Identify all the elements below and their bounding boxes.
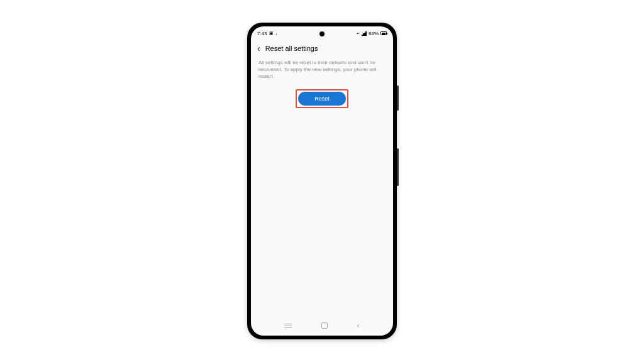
network-label: ⁴⁺ <box>357 31 360 36</box>
nav-home-button[interactable] <box>321 322 328 329</box>
reset-button[interactable]: Reset <box>298 92 346 106</box>
battery-icon <box>380 31 387 35</box>
highlight-box: Reset <box>296 89 348 108</box>
download-icon: ↓ <box>275 31 278 36</box>
battery-percent: 88% <box>369 31 379 36</box>
chevron-left-icon: ‹ <box>357 321 360 330</box>
home-icon <box>321 322 328 329</box>
reset-button-container: Reset <box>251 89 393 108</box>
page-header: ‹ Reset all settings <box>251 40 393 57</box>
camera-icon: ▣ <box>269 31 274 36</box>
status-left: 7:43 ▣ ↓ <box>257 31 277 36</box>
nav-recent-button[interactable] <box>284 326 292 326</box>
phone-screen: 7:43 ▣ ↓ ⁴⁺ 88% ‹ Reset all settings All… <box>251 26 393 336</box>
page-title: Reset all settings <box>265 45 318 52</box>
signal-icon <box>362 31 367 36</box>
recent-apps-icon <box>284 326 292 326</box>
back-icon[interactable]: ‹ <box>257 44 260 53</box>
nav-bar: ‹ <box>251 318 393 336</box>
description-text: All settings will be reset to their defa… <box>251 57 393 89</box>
status-right: ⁴⁺ 88% <box>357 31 387 36</box>
camera-hole <box>319 31 325 36</box>
phone-frame: 7:43 ▣ ↓ ⁴⁺ 88% ‹ Reset all settings All… <box>247 23 397 339</box>
nav-back-button[interactable]: ‹ <box>357 321 360 330</box>
status-time: 7:43 <box>257 31 267 36</box>
